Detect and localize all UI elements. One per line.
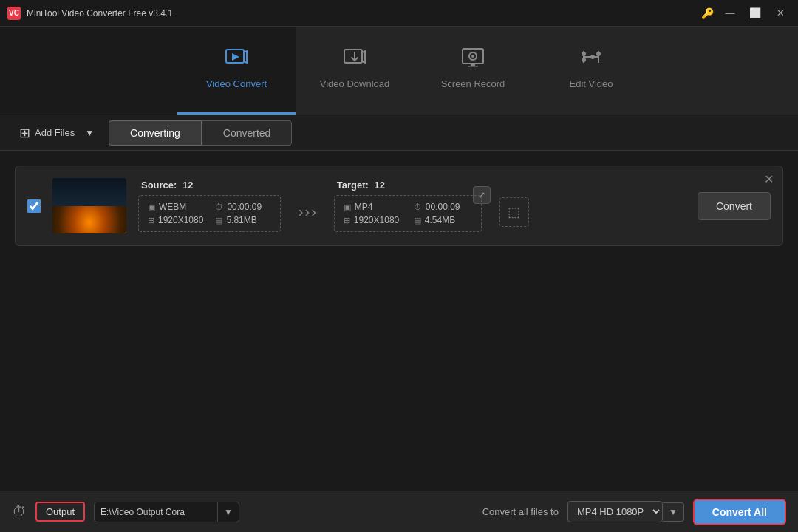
target-format-icon: ▣ [344, 202, 351, 212]
source-block: Source: 12 ▣ WEBM ⏱ 00:00:09 ⊞ 1920X1080… [138, 180, 281, 232]
add-files-plus-icon: ⊞ [19, 125, 30, 141]
convert-tab-group: Converting Converted [109, 120, 292, 146]
target-details: ▣ MP4 ⏱ 00:00:09 ⊞ 1920X1080 ▤ 4.54MB [334, 195, 482, 232]
svg-point-9 [582, 52, 586, 56]
source-duration-item: ⏱ 00:00:09 [215, 202, 270, 212]
close-button[interactable]: ✕ [770, 5, 791, 21]
restore-button[interactable]: ⬜ [745, 5, 765, 21]
target-resolution-icon: ⊞ [344, 216, 350, 225]
converting-tab[interactable]: Converting [109, 120, 202, 146]
title-bar-left: VC MiniTool Video Converter Free v3.4.1 [7, 7, 173, 20]
file-checkbox[interactable] [27, 200, 41, 213]
convert-all-files-label: Convert all files to [482, 506, 559, 517]
svg-rect-4 [468, 66, 478, 67]
main-content: ✕ Source: 12 ▣ WEBM ⏱ 00:00:09 ⊞ [0, 151, 798, 491]
target-block: Target: 12 ⤢ ▣ MP4 ⏱ 00:00:09 ⊞ 19 [334, 180, 482, 232]
clock-icon: ⏱ [215, 202, 223, 211]
video-convert-icon [225, 47, 248, 72]
nav-tab-screen-record-label: Screen Record [441, 78, 505, 89]
target-format: MP4 [355, 202, 373, 212]
target-clock-icon: ⏱ [414, 202, 422, 211]
size-icon: ▤ [215, 216, 222, 225]
target-duration: 00:00:09 [426, 202, 460, 212]
source-size-item: ▤ 5.81MB [215, 215, 270, 225]
svg-rect-1 [344, 50, 362, 63]
format-icon: ▣ [148, 202, 155, 212]
target-format-item: ▣ MP4 [344, 202, 402, 212]
file-thumbnail [52, 178, 126, 233]
output-path-input[interactable] [94, 502, 218, 522]
schedule-icon[interactable]: ⏱ [12, 503, 27, 520]
nav-tab-edit-video[interactable]: Edit Video [532, 27, 650, 115]
convert-all-button[interactable]: Convert All [693, 499, 786, 525]
svg-point-10 [582, 58, 586, 62]
toolbar: ⊞ Add Files ▼ Converting Converted [0, 115, 798, 151]
output-path-dropdown-button[interactable]: ▼ [218, 502, 239, 522]
resolution-icon: ⊞ [148, 216, 154, 225]
thumbnail-image [52, 178, 126, 233]
edit-video-icon [579, 47, 603, 72]
nav-bar: Video Convert Video Download Screen Reco… [0, 27, 798, 115]
target-resolution-item: ⊞ 1920X1080 [344, 215, 402, 225]
target-size-icon: ▤ [414, 216, 421, 225]
key-icon-button[interactable]: 🔑 [699, 5, 715, 21]
screen-record-icon [461, 47, 485, 72]
output-label-button[interactable]: Output [35, 502, 85, 522]
target-resolution: 1920X1080 [354, 215, 399, 225]
target-folder-button[interactable]: ⬚ [499, 197, 529, 227]
file-card: ✕ Source: 12 ▣ WEBM ⏱ 00:00:09 ⊞ [15, 166, 783, 246]
title-bar-controls: 🔑 — ⬜ ✕ [699, 5, 791, 21]
source-resolution-item: ⊞ 1920X1080 [148, 215, 203, 225]
format-selector-group: MP4 HD 1080P ▼ [567, 501, 684, 522]
nav-tab-video-download[interactable]: Video Download [296, 27, 414, 115]
nav-tab-video-convert-label: Video Convert [206, 78, 267, 89]
convert-arrows: › › › [299, 203, 316, 220]
source-format-item: ▣ WEBM [148, 202, 203, 212]
nav-spacer [0, 27, 177, 115]
nav-tab-video-convert[interactable]: Video Convert [177, 27, 296, 115]
format-dropdown-button[interactable]: ▼ [663, 502, 684, 522]
add-files-button[interactable]: ⊞ Add Files [12, 120, 82, 146]
target-duration-item: ⏱ 00:00:09 [414, 202, 472, 212]
title-bar: VC MiniTool Video Converter Free v3.4.1 … [0, 0, 798, 27]
source-title: Source: 12 [138, 180, 281, 191]
source-resolution: 1920X1080 [158, 215, 203, 225]
target-size: 4.54MB [425, 215, 455, 225]
add-files-dropdown-button[interactable]: ▼ [82, 123, 97, 143]
convert-button[interactable]: Convert [698, 192, 771, 220]
nav-tab-video-download-label: Video Download [320, 78, 389, 89]
source-format: WEBM [159, 202, 186, 212]
svg-rect-3 [471, 64, 475, 66]
format-selector[interactable]: MP4 HD 1080P [567, 501, 663, 522]
converted-tab[interactable]: Converted [202, 120, 293, 146]
output-path-wrapper: ▼ [94, 502, 239, 522]
video-download-icon [343, 47, 366, 72]
target-title: Target: 12 [334, 180, 482, 191]
source-duration: 00:00:09 [227, 202, 262, 212]
svg-point-6 [471, 55, 474, 58]
app-title-text: MiniTool Video Converter Free v3.4.1 [27, 8, 173, 18]
add-files-label: Add Files [35, 127, 75, 138]
app-logo: VC [7, 7, 21, 20]
card-close-button[interactable]: ✕ [764, 172, 774, 186]
target-size-item: ▤ 4.54MB [414, 215, 472, 225]
minimize-button[interactable]: — [720, 5, 740, 21]
source-details: ▣ WEBM ⏱ 00:00:09 ⊞ 1920X1080 ▤ 5.81MB [138, 195, 281, 232]
nav-tab-edit-video-label: Edit Video [569, 78, 613, 89]
nav-tab-screen-record[interactable]: Screen Record [414, 27, 532, 115]
svg-point-14 [596, 52, 601, 56]
bottom-bar: ⏱ Output ▼ Convert all files to MP4 HD 1… [0, 491, 798, 532]
source-size: 5.81MB [226, 215, 256, 225]
